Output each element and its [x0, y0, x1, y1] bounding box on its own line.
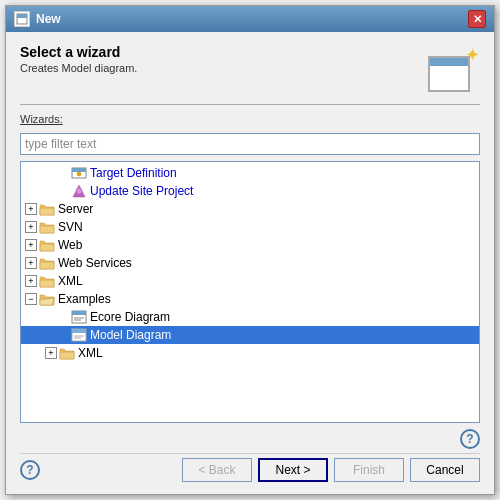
folder-icon: [39, 257, 55, 270]
folder-icon: [39, 275, 55, 288]
folder-icon: [59, 347, 75, 360]
list-item[interactable]: + XML: [21, 272, 479, 290]
header-separator: [20, 104, 480, 105]
list-item[interactable]: + Web: [21, 236, 479, 254]
title-bar-left: New: [14, 11, 61, 27]
expand-web-services[interactable]: +: [25, 257, 37, 269]
wizard-icon-window: [428, 56, 470, 92]
header-title: Select a wizard: [20, 44, 428, 60]
ecore-diagram-label: Ecore Diagram: [90, 310, 170, 324]
svg-point-6: [76, 188, 82, 194]
new-dialog: New ✕ Select a wizard Creates Model diag…: [5, 5, 495, 495]
web-services-label: Web Services: [58, 256, 132, 270]
svg-rect-12: [72, 329, 86, 333]
back-button[interactable]: < Back: [182, 458, 252, 482]
expand-examples[interactable]: −: [25, 293, 37, 305]
model-diagram-label: Model Diagram: [90, 328, 171, 342]
help-icon[interactable]: ?: [460, 429, 480, 449]
dialog-title: New: [36, 12, 61, 26]
examples-label: Examples: [58, 292, 111, 306]
help-bottom-icon[interactable]: ?: [20, 460, 40, 480]
list-item[interactable]: Model Diagram: [21, 326, 479, 344]
tree-container: Target Definition Update Site Project: [20, 161, 480, 423]
folder-icon: [39, 239, 55, 252]
list-item[interactable]: Ecore Diagram: [21, 308, 479, 326]
target-icon: [71, 165, 87, 181]
folder-icon: [39, 221, 55, 234]
svg-rect-3: [72, 168, 86, 172]
list-item[interactable]: − Examples: [21, 290, 479, 308]
button-row: ? < Back Next > Finish Cancel: [20, 453, 480, 486]
title-bar: New ✕: [6, 6, 494, 32]
header-subtitle: Creates Model diagram.: [20, 62, 428, 74]
dialog-icon: [14, 11, 30, 27]
help-row: ?: [20, 429, 480, 449]
svg-rect-1: [17, 14, 27, 18]
expand-svn[interactable]: +: [25, 221, 37, 233]
finish-button[interactable]: Finish: [334, 458, 404, 482]
list-item[interactable]: + SVN: [21, 218, 479, 236]
next-button[interactable]: Next >: [258, 458, 328, 482]
xml-label: XML: [58, 274, 83, 288]
expand-xml2[interactable]: +: [45, 347, 57, 359]
folder-icon: [39, 203, 55, 216]
folder-open-icon: [39, 293, 55, 306]
svn-label: SVN: [58, 220, 83, 234]
xml2-label: XML: [78, 346, 103, 360]
wizard-icon-bar: [430, 58, 468, 66]
update-site-icon: [71, 183, 87, 199]
wizards-label: Wizards:: [20, 113, 480, 125]
list-item[interactable]: + XML: [21, 344, 479, 362]
tree-list[interactable]: Target Definition Update Site Project: [21, 162, 479, 422]
dialog-content: Select a wizard Creates Model diagram. ✦…: [6, 32, 494, 494]
svg-rect-8: [72, 311, 86, 315]
target-def-label: Target Definition: [90, 166, 177, 180]
sparkle-icon: ✦: [465, 44, 480, 66]
update-site-label: Update Site Project: [90, 184, 193, 198]
model-diagram-icon: [71, 327, 87, 343]
list-item[interactable]: + Web Services: [21, 254, 479, 272]
diagram-icon: [71, 309, 87, 325]
header-section: Select a wizard Creates Model diagram. ✦: [20, 44, 480, 92]
header-icon: ✦: [428, 44, 480, 92]
expand-server[interactable]: +: [25, 203, 37, 215]
list-item[interactable]: Update Site Project: [21, 182, 479, 200]
svg-point-4: [77, 172, 81, 176]
expand-xml[interactable]: +: [25, 275, 37, 287]
filter-input[interactable]: [20, 133, 480, 155]
web-label: Web: [58, 238, 82, 252]
close-button[interactable]: ✕: [468, 10, 486, 28]
bottom-section: ? ? < Back Next > Finish Cancel: [20, 429, 480, 486]
header-text: Select a wizard Creates Model diagram.: [20, 44, 428, 74]
cancel-button[interactable]: Cancel: [410, 458, 480, 482]
expand-web[interactable]: +: [25, 239, 37, 251]
list-item[interactable]: + Server: [21, 200, 479, 218]
list-item[interactable]: Target Definition: [21, 164, 479, 182]
server-label: Server: [58, 202, 93, 216]
